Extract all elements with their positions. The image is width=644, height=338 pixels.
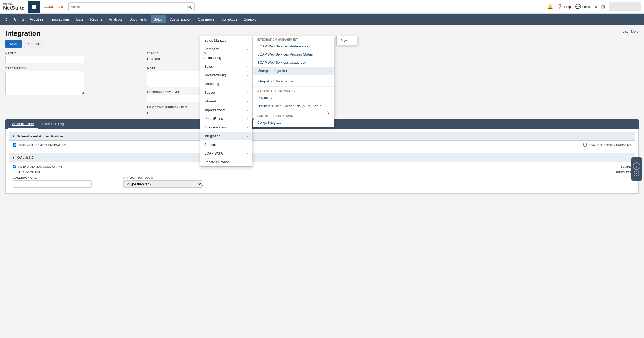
setup-dropdown: Setup Manager Company › Accounting › Sal… xyxy=(200,36,252,167)
feedback-button[interactable]: 💬 Feedback xyxy=(575,4,597,10)
nav-lists[interactable]: Lists xyxy=(73,15,87,23)
nav-activities[interactable]: Activities xyxy=(27,15,46,23)
callback-label: CALLBACK URL xyxy=(13,176,92,179)
list-link[interactable]: List xyxy=(622,29,628,33)
search-bar[interactable]: 🔍 xyxy=(68,2,195,11)
menu-custom[interactable]: Custom › xyxy=(200,140,252,149)
submenu-soap-usage[interactable]: SOAP Web Services Usage Log xyxy=(253,58,334,67)
top-bar: ORACLE NetSuite SANDBOX 🔍 🔔 ❓ Help 💬 xyxy=(0,0,644,14)
tab-authentication[interactable]: Authentication xyxy=(8,119,38,129)
page-title: Integration xyxy=(5,29,43,38)
token-auth-section-content: TOKEN-BASED AUTHENTICATION TBA: ISSUETOK… xyxy=(9,141,635,151)
search-input[interactable] xyxy=(71,5,187,9)
restlets-checkbox[interactable] xyxy=(611,171,614,174)
flyout-new: New xyxy=(336,36,357,45)
callback-input[interactable] xyxy=(13,180,92,188)
logo-text: ORACLE NetSuite xyxy=(3,3,24,11)
svg-rect-1 xyxy=(32,1,36,5)
menu-import-export[interactable]: Import/Export › xyxy=(200,106,252,114)
svg-rect-0 xyxy=(28,1,32,5)
token-auth-row: TOKEN-BASED AUTHENTICATION TBA: ISSUETOK… xyxy=(13,143,631,147)
chevron-icon: › xyxy=(247,126,248,129)
menu-accounting[interactable]: Accounting › xyxy=(200,53,252,62)
nav-documents[interactable]: Documents xyxy=(126,15,150,23)
description-group: DESCRIPTION xyxy=(5,67,84,115)
nav-back-button[interactable]: ↺ xyxy=(2,15,10,24)
notifications-button[interactable]: 🔔 xyxy=(547,4,553,10)
grid-icon: ⊞ xyxy=(601,4,605,10)
oauth-section-content: AUTHORIZATION CODE GRANT SCOPE PUBLIC CL… xyxy=(9,162,635,190)
nav-setup[interactable]: Setup xyxy=(151,15,166,23)
menu-intranet[interactable]: Intranet › xyxy=(200,97,252,106)
chevron-icon: › xyxy=(247,108,248,112)
name-input[interactable] xyxy=(5,56,84,63)
public-client-checkbox[interactable] xyxy=(13,171,16,174)
help-button[interactable]: ❓ Help xyxy=(557,4,571,10)
save-button[interactable]: Save xyxy=(5,40,22,48)
submenu-soap-process[interactable]: SOAP Web Services Process Status xyxy=(253,50,334,58)
menu-records-catalog[interactable]: Records Catalog xyxy=(200,158,252,166)
netsuite-logo-icon xyxy=(28,1,40,13)
chevron-icon: › xyxy=(247,91,248,94)
info-panel-button[interactable]: i xyxy=(631,157,642,181)
menu-users-roles[interactable]: Users/Roles › xyxy=(200,114,252,123)
nav-favorite-button[interactable]: ★ xyxy=(11,15,19,24)
name-group: NAME* xyxy=(5,52,84,63)
token-auth-checkbox[interactable] xyxy=(13,143,16,147)
nav-suiteapps[interactable]: SuiteApps xyxy=(218,15,240,23)
description-input[interactable] xyxy=(5,71,84,95)
chevron-icon: › xyxy=(247,143,248,146)
chevron-icon: › xyxy=(247,100,248,103)
app-logo-group: APPLICATION LOGO <Type then tab> xyxy=(123,176,202,188)
chevron-icon: › xyxy=(247,117,248,120)
page-content: Integration Save Cancel List More NAME* … xyxy=(0,25,644,198)
nav-support[interactable]: Support xyxy=(241,15,259,23)
scope-label: SCOPE xyxy=(621,165,631,168)
nav-transactions[interactable]: Transactions xyxy=(47,15,73,23)
nav-reports[interactable]: Reports xyxy=(87,15,105,23)
more-link[interactable]: More xyxy=(631,29,639,33)
sandbox-badge: SANDBOX xyxy=(43,4,63,9)
page-actions: List More xyxy=(622,29,639,33)
grid-button[interactable]: ⊞ xyxy=(601,4,605,10)
nav-home-button[interactable]: ⌂ xyxy=(19,15,26,23)
auth-code-checkbox[interactable] xyxy=(13,165,16,168)
help-icon: ❓ xyxy=(557,4,563,10)
app-logo-select[interactable]: <Type then tab> xyxy=(123,180,202,188)
submenu-oauth-m2m[interactable]: OAuth 2.0 Client Credentials (M2M) Setup xyxy=(253,102,334,110)
grid-dots-icon xyxy=(634,171,640,176)
cancel-button[interactable]: Cancel xyxy=(24,40,43,48)
oauth-collapse-icon: ▼ xyxy=(12,156,15,160)
chevron-icon: › xyxy=(247,65,248,68)
tab-execution-log[interactable]: Execution Log xyxy=(38,119,68,129)
menu-support[interactable]: Support › xyxy=(200,88,252,97)
user-avatar xyxy=(609,2,641,11)
menu-setup-manager[interactable]: Setup Manager xyxy=(200,36,252,45)
subtab-content: ▼ Token-based Authentication TOKEN-BASED… xyxy=(5,129,639,194)
nav-commerce[interactable]: Commerce xyxy=(195,15,218,23)
submenu-manage-integrations[interactable]: Manage Integrations › xyxy=(253,67,334,75)
tba-endpoint-checkbox[interactable] xyxy=(583,143,587,147)
menu-sales[interactable]: Sales › xyxy=(200,62,252,71)
menu-company[interactable]: Company › xyxy=(200,45,252,53)
menu-manufacturing[interactable]: Manufacturing › xyxy=(200,71,252,79)
menu-customization[interactable]: Customization › xyxy=(200,123,252,132)
nav-bar: ↺ ★ ⌂ Activities Transactions Lists Repo… xyxy=(0,14,644,25)
menu-integration[interactable]: Integration › xyxy=(200,132,252,140)
submenu-integration-governance[interactable]: Integration Governance xyxy=(253,77,334,85)
oauth-section-header[interactable]: ▼ OAuth 2.0 xyxy=(9,153,635,162)
flyout-new-item[interactable]: New xyxy=(337,36,357,45)
submenu-celigo[interactable]: Celigo Integrator xyxy=(253,118,334,127)
section-integration-mgmt: INTEGRATION MANAGEMENT xyxy=(253,36,334,42)
nav-analytics[interactable]: Analytics xyxy=(106,15,126,23)
app-logo-label: APPLICATION LOGO xyxy=(123,176,202,179)
token-auth-section-header[interactable]: ▼ Token-based Authentication xyxy=(9,132,635,141)
chevron-icon: › xyxy=(247,152,248,155)
state-label: STATE* xyxy=(147,52,160,55)
nav-customization[interactable]: Customization xyxy=(166,15,194,23)
submenu-soap-prefs[interactable]: SOAP Web Services Preferences xyxy=(253,42,334,50)
menu-soap-ws-ui[interactable]: SOAP WS UI › xyxy=(200,149,252,158)
menu-marketing[interactable]: Marketing › xyxy=(200,79,252,88)
feedback-icon: 💬 xyxy=(575,4,581,10)
submenu-device-id[interactable]: Device ID xyxy=(253,94,334,102)
